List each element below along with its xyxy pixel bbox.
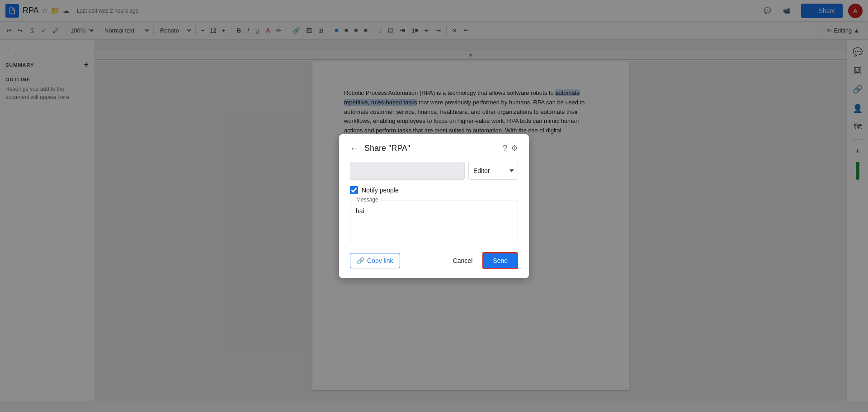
overlay[interactable]: ← Share "RPA" ? ⚙ Viewer Commenter Edito… xyxy=(0,0,868,412)
dialog-back-button[interactable]: ← xyxy=(350,143,359,154)
send-button[interactable]: Send xyxy=(482,252,518,269)
people-input[interactable] xyxy=(350,162,465,180)
message-label: Message xyxy=(354,197,380,203)
dialog-settings-button[interactable]: ⚙ xyxy=(511,143,518,153)
notify-checkbox[interactable] xyxy=(350,186,358,194)
dialog-help-button[interactable]: ? xyxy=(503,144,507,153)
message-textarea[interactable]: hai xyxy=(350,201,518,241)
people-row: Viewer Commenter Editor xyxy=(350,162,518,180)
share-dialog: ← Share "RPA" ? ⚙ Viewer Commenter Edito… xyxy=(339,134,529,278)
message-group: Message hai xyxy=(350,201,518,243)
dialog-header: ← Share "RPA" ? ⚙ xyxy=(350,143,518,154)
footer-right: Cancel Send xyxy=(447,252,518,269)
dialog-title: Share "RPA" xyxy=(364,144,503,153)
copy-link-label: Copy link xyxy=(367,257,393,264)
dialog-footer: 🔗 Copy link Cancel Send xyxy=(350,252,518,269)
cancel-button[interactable]: Cancel xyxy=(447,253,479,268)
copy-link-button[interactable]: 🔗 Copy link xyxy=(350,253,400,268)
notify-label[interactable]: Notify people xyxy=(362,187,399,194)
role-select[interactable]: Viewer Commenter Editor xyxy=(468,162,518,180)
link-icon: 🔗 xyxy=(357,257,364,264)
notify-row: Notify people xyxy=(350,186,518,194)
